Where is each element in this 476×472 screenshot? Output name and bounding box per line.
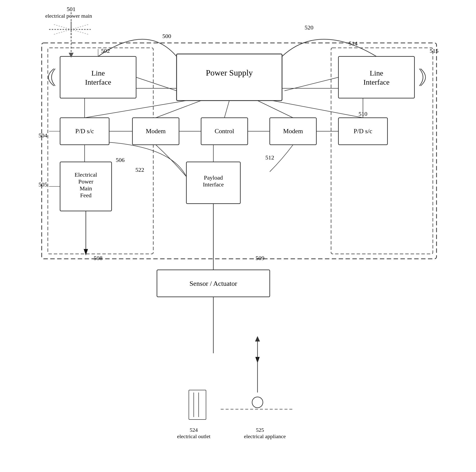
ref-514: 514: [349, 40, 357, 47]
ref-501-text: electrical power main: [45, 13, 92, 19]
power-supply-box: [177, 54, 282, 101]
line-interface-left-label2: Interface: [85, 78, 111, 86]
ref-508: 508: [94, 255, 102, 261]
ref-524-text: electrical outlet: [177, 433, 210, 439]
line-interface-left-label: Line: [91, 69, 105, 77]
li-left-right-conn: [136, 77, 177, 91]
ref-510: 510: [358, 111, 367, 117]
diagram-container: Line Interface Power Supply Line Interfa…: [0, 0, 476, 472]
ps-to-control: [224, 101, 229, 118]
ref-525: 525: [256, 427, 264, 433]
ps-to-modem-right: [257, 101, 293, 118]
line-interface-left-box: [60, 56, 136, 98]
line-interface-right-label2: Interface: [363, 78, 390, 86]
ref-524: 524: [190, 427, 198, 433]
ref-522: 522: [135, 167, 144, 173]
ref-509: 509: [255, 255, 264, 261]
modem-left-label: Modem: [146, 128, 166, 135]
epf-label4: Feed: [80, 192, 92, 198]
modem-right-label: Modem: [283, 128, 303, 135]
ref-525-text: electrical appliance: [244, 433, 286, 439]
payload-label1: Payload: [204, 175, 223, 181]
diagram-svg: Line Interface Power Supply Line Interfa…: [0, 0, 476, 472]
ref-515: 515: [430, 48, 439, 54]
epf-label3: Main: [80, 185, 92, 192]
outlet-box: [189, 390, 206, 420]
ps-to-pd-right: [272, 101, 363, 118]
epf-label2: Power: [78, 178, 93, 185]
ref-500: 500: [162, 33, 171, 39]
li-right-left-conn: [285, 77, 339, 91]
sensor-actuator-label: Sensor / Actuator: [189, 280, 238, 287]
ref-506: 506: [116, 157, 125, 163]
ref-504: 504: [38, 132, 47, 139]
payload-label2: Interface: [203, 181, 224, 188]
curve-522: [156, 145, 186, 177]
li-right-connector-left: [419, 69, 423, 86]
ref-502: 502: [101, 48, 110, 54]
ps-to-pd-left: [85, 101, 186, 118]
ps-to-modem-left: [156, 101, 201, 118]
pd-left-label: P/D s/c: [75, 128, 94, 135]
line-interface-right-label: Line: [370, 69, 383, 77]
power-supply-label: Power Supply: [206, 68, 253, 77]
appliance-circle: [252, 397, 263, 408]
ref-501: 501: [67, 6, 76, 12]
ref-520: 520: [305, 24, 313, 31]
line-interface-right-box: [339, 56, 414, 98]
ref-512: 512: [265, 154, 274, 161]
li-left-connector-right: [51, 69, 55, 86]
control-label: Control: [215, 128, 234, 135]
ref-505: 505: [38, 181, 47, 188]
pd-right-label: P/D s/c: [354, 128, 372, 135]
appliance-up-arrowhead: [255, 336, 260, 341]
epf-label1: Electrical: [75, 172, 97, 178]
